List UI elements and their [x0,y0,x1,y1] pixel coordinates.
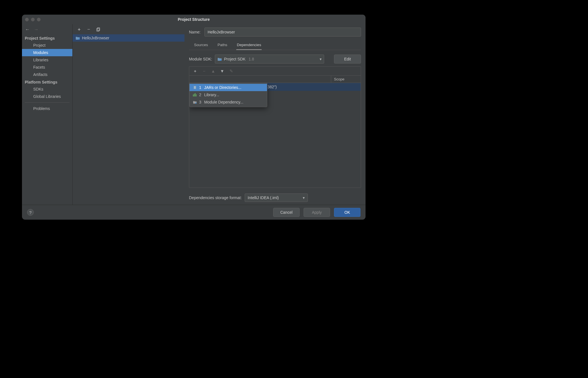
window-controls [25,15,41,24]
module-folder-icon [75,36,80,40]
tab-paths[interactable]: Paths [217,41,228,50]
svg-rect-1 [97,28,99,31]
tab-sources[interactable]: Sources [193,41,209,50]
module-detail-panel: Name: Sources Paths Dependencies Module … [184,24,366,205]
ok-button[interactable]: OK [334,208,360,217]
dialog-content: ← → Project Settings Project Modules Lib… [22,24,366,205]
minimize-window-button[interactable] [31,18,35,21]
sidebar-divider [25,102,70,103]
dialog-footer: ? Cancel Apply OK [22,205,366,220]
module-name-input[interactable] [204,28,361,37]
add-module-icon[interactable]: + [77,27,82,32]
dependencies-toolbar: + − ▲ ▼ ✎ [189,67,361,76]
apply-button[interactable]: Apply [304,208,330,217]
popup-item-jars[interactable]: 1 JARs or Directories... [190,84,267,91]
sidebar-heading-project-settings: Project Settings [22,34,72,42]
module-sdk-label: Module SDK: [189,57,212,61]
add-dependency-icon[interactable]: + [193,69,197,73]
svg-rect-12 [195,103,197,104]
popup-item-module-dependency[interactable]: 3 Module Dependency... [190,98,267,106]
storage-format-label: Dependencies storage format: [189,195,242,200]
svg-rect-8 [193,94,194,96]
sidebar-item-artifacts[interactable]: Artifacts [22,71,72,78]
svg-rect-0 [97,28,99,30]
popup-item-number: 2 [199,93,202,97]
storage-format-row: Dependencies storage format: IntelliJ ID… [189,194,361,202]
module-sdk-row: Module SDK: Project SDK 1.8 ▾ Edit [189,55,361,64]
svg-rect-2 [78,39,79,40]
dialog-title: Project Structure [178,17,210,22]
dependencies-table-header: Scope [189,76,361,83]
move-up-icon[interactable]: ▲ [211,69,215,73]
svg-rect-11 [196,94,197,96]
dependencies-table-body: _382") 1 JARs or Directories... [189,83,361,188]
module-tabs: Sources Paths Dependencies [189,41,361,50]
chevron-down-icon: ▾ [320,57,322,61]
storage-format-select[interactable]: IntelliJ IDEA (.iml) ▾ [245,194,308,202]
sdk-folder-icon [217,57,222,61]
popup-item-number: 1 [199,85,202,90]
sdk-value-label: Project SDK [224,57,245,61]
name-label: Name: [189,30,201,34]
back-icon[interactable]: ← [25,27,30,32]
module-sdk-select[interactable]: Project SDK 1.8 ▾ [215,55,324,64]
tab-dependencies[interactable]: Dependencies [236,41,262,50]
cancel-button[interactable]: Cancel [273,208,300,217]
scope-column-header: Scope [331,76,361,83]
sidebar-item-project[interactable]: Project [22,42,72,49]
popup-item-label: Library... [204,93,219,97]
svg-rect-10 [195,93,196,96]
dependencies-area: + − ▲ ▼ ✎ Scope _382") [189,66,361,188]
sidebar-item-problems[interactable]: Problems [22,105,72,112]
svg-rect-3 [220,60,221,61]
project-structure-dialog: Project Structure ← → Project Settings P… [22,15,366,220]
edit-sdk-button[interactable]: Edit [334,55,361,64]
module-name-label: HelloJxBrowser [82,36,109,40]
modules-tree: HelloJxBrowser [73,34,184,205]
module-name-row: Name: [189,28,361,37]
sdk-version-label: 1.8 [249,57,254,61]
nav-history: ← → [22,24,72,34]
chevron-down-icon: ▾ [303,195,305,200]
popup-item-label: Module Dependency... [204,100,243,104]
add-dependency-popup: 1 JARs or Directories... 2 Library... [189,83,267,107]
popup-item-label: JARs or Directories... [204,85,241,90]
jar-icon [193,86,197,89]
modules-tree-panel: + − HelloJxBrowser [73,24,184,205]
popup-item-library[interactable]: 2 Library... [190,91,267,98]
titlebar: Project Structure [22,15,366,24]
sidebar-item-facets[interactable]: Facets [22,64,72,71]
copy-module-icon[interactable] [96,27,101,32]
sidebar-item-global-libraries[interactable]: Global Libraries [22,93,72,100]
settings-sidebar: ← → Project Settings Project Modules Lib… [22,24,73,205]
modules-toolbar: + − [73,24,184,34]
module-icon [193,100,197,104]
move-down-icon[interactable]: ▼ [220,69,224,73]
svg-rect-9 [194,94,195,96]
sidebar-item-modules[interactable]: Modules [22,49,72,56]
sidebar-heading-platform-settings: Platform Settings [22,78,72,86]
close-window-button[interactable] [25,18,29,21]
sidebar-item-libraries[interactable]: Libraries [22,56,72,64]
module-tree-item[interactable]: HelloJxBrowser [73,34,184,42]
zoom-window-button[interactable] [37,18,41,21]
popup-item-number: 3 [199,100,202,104]
storage-format-value: IntelliJ IDEA (.iml) [248,195,279,200]
forward-icon[interactable]: → [34,27,39,32]
remove-dependency-icon[interactable]: − [202,69,206,73]
remove-module-icon[interactable]: − [86,27,91,32]
help-button[interactable]: ? [27,209,34,216]
sidebar-item-sdks[interactable]: SDKs [22,86,72,93]
edit-dependency-icon[interactable]: ✎ [229,69,233,74]
library-icon [193,93,197,97]
